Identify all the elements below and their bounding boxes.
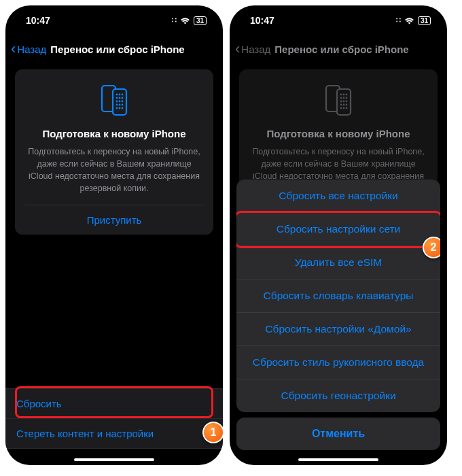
reset-location[interactable]: Сбросить геонастройки	[236, 379, 440, 412]
dots-icon: ∷	[172, 16, 177, 25]
svg-point-26	[343, 101, 345, 103]
bottom-list: Сбросить Стереть контент и настройки 1	[5, 388, 223, 449]
status-bar: 10:47 ∷ 31	[5, 5, 223, 35]
phone-left: 10:47 ∷ 31 ‹ Назад Перенос или сброс iPh…	[5, 5, 223, 465]
svg-point-32	[343, 107, 345, 109]
nav-bar-dim: ‹ Назад Перенос или сброс iPhone	[230, 35, 447, 63]
svg-point-31	[340, 107, 342, 109]
reset-network-settings[interactable]: Сбросить настройки сети	[236, 213, 440, 246]
status-bar: 10:47 ∷ 31	[230, 5, 447, 35]
battery-icon: 31	[194, 16, 207, 25]
svg-point-19	[340, 94, 342, 96]
reset-home-layout[interactable]: Сбросить настройки «Домой»	[236, 313, 440, 346]
card-title: Подготовка к новому iPhone	[249, 128, 428, 139]
delete-esim[interactable]: Удалить все eSIM	[236, 246, 440, 279]
phones-icon	[249, 83, 428, 117]
svg-point-10	[122, 101, 124, 103]
nav-title: Перенос или сброс iPhone	[274, 44, 408, 55]
wifi-icon	[404, 17, 414, 24]
phone-right: 10:47 ∷ 31 ‹ Назад Перенос или сброс iPh…	[230, 5, 447, 465]
status-indicators: ∷ 31	[396, 16, 431, 25]
svg-point-21	[346, 94, 348, 96]
svg-point-15	[119, 107, 121, 109]
nav-title: Перенос или сброс iPhone	[50, 44, 184, 55]
action-sheet: Сбросить все настройки Сбросить настройк…	[230, 180, 447, 465]
svg-point-16	[122, 107, 124, 109]
content-area: Подготовка к новому iPhone Подготовьтесь…	[5, 63, 223, 241]
svg-point-27	[346, 101, 348, 103]
nav-bar: ‹ Назад Перенос или сброс iPhone	[5, 35, 223, 63]
sheet-options: Сбросить все настройки Сбросить настройк…	[236, 180, 440, 412]
svg-point-13	[122, 104, 124, 106]
svg-point-22	[340, 97, 342, 99]
svg-point-14	[116, 107, 118, 109]
svg-point-8	[116, 101, 118, 103]
status-time: 10:47	[250, 15, 274, 26]
svg-point-11	[116, 104, 118, 106]
svg-point-24	[346, 97, 348, 99]
svg-point-3	[119, 94, 121, 96]
back-button: Назад	[241, 44, 270, 55]
home-indicator[interactable]	[298, 458, 378, 461]
card-title: Подготовка к новому iPhone	[24, 128, 204, 139]
svg-point-4	[122, 94, 124, 96]
chevron-back-icon: ‹	[235, 40, 240, 58]
svg-point-5	[116, 97, 118, 99]
phones-icon	[24, 83, 204, 117]
svg-point-28	[340, 104, 342, 106]
erase-row[interactable]: Стереть контент и настройки	[5, 419, 223, 449]
reset-row[interactable]: Сбросить	[5, 388, 223, 419]
prepare-card: Подготовка к новому iPhone Подготовьтесь…	[239, 69, 438, 195]
get-started-button[interactable]: Приступить	[24, 205, 204, 235]
status-time: 10:47	[26, 15, 50, 26]
svg-point-12	[119, 104, 121, 106]
wifi-icon	[180, 17, 190, 24]
step-badge-1: 1	[202, 422, 223, 443]
home-indicator[interactable]	[74, 458, 154, 461]
svg-point-20	[343, 94, 345, 96]
svg-point-25	[340, 101, 342, 103]
svg-point-33	[346, 107, 348, 109]
svg-point-2	[116, 94, 118, 96]
svg-point-6	[119, 97, 121, 99]
svg-point-7	[122, 97, 124, 99]
prepare-card: Подготовка к новому iPhone Подготовьтесь…	[15, 69, 213, 235]
chevron-back-icon[interactable]: ‹	[11, 40, 16, 58]
svg-point-9	[119, 101, 121, 103]
reset-keyboard-dict[interactable]: Сбросить словарь клавиатуры	[236, 279, 440, 313]
card-description: Подготовьтесь к переносу на новый iPhone…	[24, 146, 204, 195]
battery-icon: 31	[418, 16, 431, 25]
svg-point-23	[343, 97, 345, 99]
cancel-button[interactable]: Отменить	[236, 418, 440, 450]
status-indicators: ∷ 31	[172, 16, 207, 25]
dots-icon: ∷	[396, 16, 401, 25]
reset-all-settings[interactable]: Сбросить все настройки	[236, 180, 440, 213]
svg-point-30	[346, 104, 348, 106]
back-button[interactable]: Назад	[17, 44, 46, 55]
svg-point-29	[343, 104, 345, 106]
reset-handwriting[interactable]: Сбросить стиль рукописного ввода	[236, 346, 440, 379]
